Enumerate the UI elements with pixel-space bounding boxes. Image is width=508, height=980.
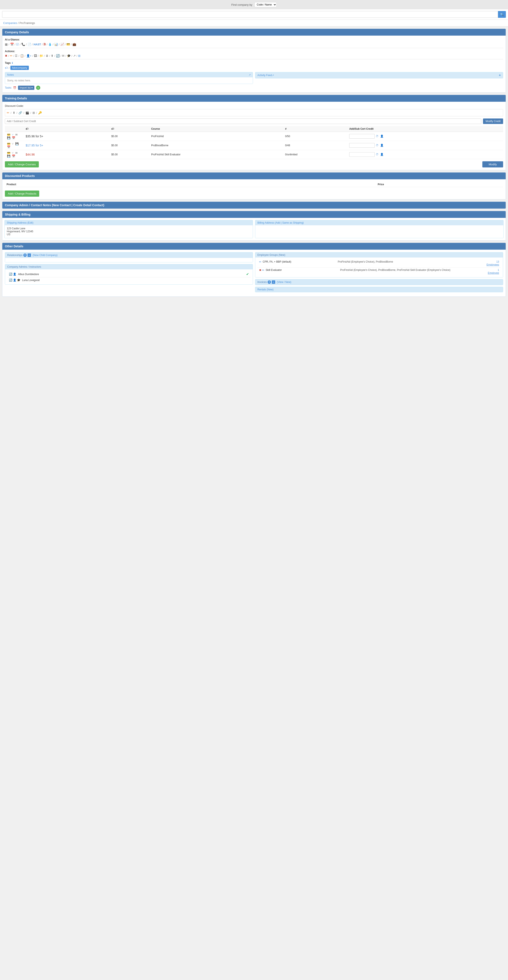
tags-label: Tags ℹ — [5, 62, 503, 64]
search-input[interactable] — [2, 11, 498, 18]
add-change-products-btn[interactable]: Add / Change Products — [5, 191, 39, 197]
course-save-icon-1[interactable]: 💾 — [15, 142, 19, 145]
relationships-add-icon[interactable]: + — [27, 253, 31, 257]
graduation-icon[interactable]: 🎓 — [67, 54, 71, 57]
course-price2-0: $5.00 — [110, 132, 150, 141]
notes-external-link-icon[interactable]: ↗ — [249, 73, 251, 76]
course-fork-icon-2[interactable]: ⑂ — [12, 151, 14, 154]
course-price1-2: $44.96 — [24, 150, 110, 159]
tasks-icon[interactable]: ⏰ — [13, 86, 16, 89]
upload-icon[interactable]: ⬆ — [51, 54, 53, 57]
delete-icon[interactable]: ✖ — [5, 54, 8, 57]
list-icon[interactable]: ☰ — [15, 54, 18, 57]
file-icon[interactable]: 📄 — [27, 43, 31, 46]
tag-fakecompany[interactable]: fakecompany — [10, 66, 29, 70]
admin-person-icon-1[interactable]: 👤 — [13, 278, 16, 282]
admin-refresh-icon-0[interactable]: 🔄 — [9, 272, 12, 276]
admin-grad-icon-1[interactable]: 🎓 — [17, 278, 20, 282]
activity-box: Activity Feed ↗ + — [255, 72, 503, 78]
email-icon[interactable]: ✉ — [62, 54, 64, 57]
training-upload-icon[interactable]: ⬆ — [13, 111, 15, 115]
tag-icon[interactable]: 🏷 — [5, 66, 8, 70]
activity-link-icon[interactable]: ↗ — [272, 74, 274, 77]
card-icon[interactable]: 💳 — [66, 43, 70, 46]
admin-refresh-icon-1[interactable]: 🔄 — [9, 278, 12, 282]
phone-icon[interactable]: 📞 — [21, 43, 25, 46]
training-video-icon[interactable]: 🎬 — [25, 111, 29, 115]
products-empty — [5, 187, 503, 191]
share-icon[interactable]: ↗ — [73, 54, 76, 57]
course-email-icon-0[interactable]: ✉ — [15, 133, 18, 136]
course-card-icon-2[interactable]: 💳 — [7, 151, 10, 154]
admin-person-icon-0[interactable]: 👤 — [13, 272, 16, 276]
doc-icon[interactable]: ▦ — [5, 43, 8, 46]
course-row: 💳 ⑂ ✉ 💾 📅 $44.96 $5.00 ProFirstAid Skill… — [5, 150, 503, 159]
import-list-btn[interactable]: Import list ▾ — [18, 86, 34, 90]
invoices-box: Invoices 0 + (View / New) — [255, 279, 503, 285]
calendar-icon[interactable]: 📅 — [10, 43, 14, 46]
course-credit-input-0[interactable] — [349, 134, 375, 138]
employee-group-row: ✖ ✏ Skill Evaluator ProFirstAid (Employe… — [257, 267, 501, 275]
add-change-courses-btn[interactable]: Add / Change Courses — [5, 161, 39, 167]
invoices-add-icon[interactable]: + — [272, 280, 275, 284]
cert-credit-input[interactable] — [5, 118, 481, 124]
course-calendar-icon-2[interactable]: 📅 — [12, 154, 15, 158]
emp-group-count-0: 13Employees — [487, 260, 499, 266]
bar-chart-icon[interactable]: 📊 — [54, 43, 58, 46]
invoices-actions-link[interactable]: (View / New) — [277, 281, 291, 283]
tasks-add-btn[interactable]: + — [36, 86, 40, 90]
training-edit-icon[interactable]: ✏ — [7, 111, 10, 115]
activity-add-btn[interactable]: + — [499, 73, 501, 77]
training-link-icon[interactable]: 🔗 — [18, 111, 22, 115]
cert-credit-row: Modify Credit — [5, 118, 503, 124]
course-time-icon-0[interactable]: ⏱ — [376, 135, 379, 138]
modify-credit-btn[interactable]: Modify Credit — [483, 118, 503, 124]
folder-icon[interactable]: 📁 — [40, 54, 43, 57]
briefcase-icon[interactable]: 💼 — [73, 43, 76, 46]
image-icon[interactable]: 🖼 — [34, 54, 37, 57]
course-email-icon-2[interactable]: ✉ — [15, 151, 18, 154]
breadcrumb-companies[interactable]: Companies — [3, 21, 17, 25]
add-person-icon[interactable]: 👤+ — [26, 54, 32, 57]
emp-delete-icon[interactable]: ✖ — [259, 269, 261, 272]
notes-icon[interactable]: 📋 — [20, 54, 24, 57]
course-calendar-icon-0[interactable]: 📅 — [12, 136, 15, 140]
emp-edit-icon-1[interactable]: ✏ — [262, 269, 264, 272]
course-credit-input-2[interactable] — [349, 152, 375, 157]
course-person-icon-1[interactable]: 👤 — [380, 144, 384, 147]
course-fork-icon-1[interactable]: ⑂ — [12, 142, 14, 145]
course-time-icon-1[interactable]: ⏱ — [376, 144, 379, 147]
relationships-count: 0 — [23, 253, 27, 257]
refresh-icon[interactable]: 🔄 — [56, 54, 60, 57]
course-person-icon-0[interactable]: 👤 — [380, 135, 384, 138]
edit-icon[interactable]: ✏ — [10, 54, 13, 57]
training-key-icon[interactable]: 🔑 — [38, 111, 42, 115]
list-check-icon[interactable]: ☑ — [16, 43, 19, 46]
bar-chart2-icon[interactable]: 📈 — [61, 43, 64, 46]
course-fork-icon-0[interactable]: ⑂ — [12, 133, 14, 136]
modify-btn[interactable]: Modify — [483, 161, 503, 167]
course-card-icon-0[interactable]: 💳 — [7, 133, 10, 136]
course-person-icon-2[interactable]: 👤 — [380, 153, 384, 156]
shipping-billing-row: Shipping Address (Edit) 123 Castle Lane … — [2, 218, 506, 240]
shipping-line2: Hogsmeard, WV 12345 — [7, 230, 251, 233]
course-time-icon-2[interactable]: ⏱ — [376, 153, 379, 156]
rentals-label[interactable]: Rentals (New) — [257, 288, 274, 291]
droplet-icon[interactable]: 💧 — [48, 43, 52, 46]
training-table-icon[interactable]: ⊞ — [32, 111, 35, 115]
course-credit-input-1[interactable] — [349, 143, 375, 148]
notes-activity-split: Notes ↗ Sorry, no notes here. Activity F… — [5, 72, 503, 84]
find-company-select[interactable]: Code / Name Email Phone — [255, 2, 277, 7]
course-save-icon-2[interactable]: 💾 — [7, 154, 10, 158]
emp-edit-icon-0[interactable]: ✏ — [259, 260, 261, 263]
course-price2-1: $5.00 — [110, 141, 150, 150]
org-chart-icon[interactable]: ⊞ — [78, 54, 81, 57]
course-save-icon-0[interactable]: 💾 — [7, 136, 10, 140]
other-details-cols: Relationships 0 + (New Child Company) Co… — [5, 252, 503, 294]
course-calendar-icon-1[interactable]: 📅 — [7, 145, 10, 149]
search-row: 🔍 — [0, 10, 508, 20]
new-child-link[interactable]: (New Child Company) — [33, 254, 57, 257]
monitor-icon[interactable]: 🖥 — [46, 54, 49, 57]
course-card-icon-1[interactable]: 💳 — [7, 142, 10, 145]
search-button[interactable]: 🔍 — [498, 11, 506, 18]
